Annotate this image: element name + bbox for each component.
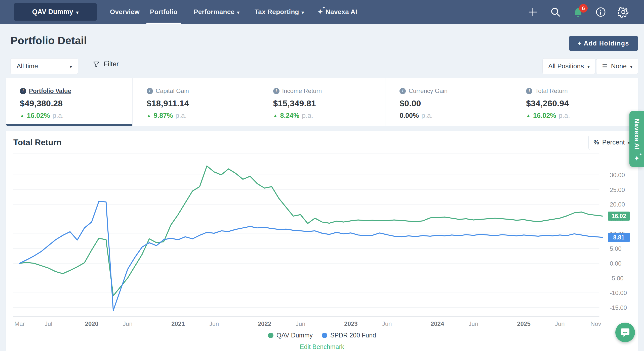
total-return-line-chart[interactable]: 30.0025.0020.0015.0010.005.000.00-5.00-1… xyxy=(8,151,637,332)
info-icon[interactable]: i xyxy=(526,88,532,94)
nav-item-label: Navexa AI xyxy=(326,8,357,16)
stat-label: Currency Gain xyxy=(409,87,448,94)
stat-value: $0.00 xyxy=(399,98,512,108)
unit-selector-value: Percent xyxy=(602,138,625,146)
group-by-select[interactable]: ☰ None ▾ xyxy=(596,58,638,74)
sparkle-icon: ✦✦ xyxy=(317,8,323,16)
svg-text:-15.00: -15.00 xyxy=(610,304,627,311)
portfolio-selector-label: QAV Dummy xyxy=(32,8,73,16)
svg-text:Jun: Jun xyxy=(123,320,133,327)
side-tab-label: Navexa AI xyxy=(633,119,640,149)
stat-change: ▲16.02%p.a. xyxy=(526,112,638,120)
svg-text:2023: 2023 xyxy=(344,320,357,327)
up-arrow-icon: ▲ xyxy=(273,113,278,118)
filter-button[interactable]: Filter xyxy=(93,60,119,68)
svg-text:2021: 2021 xyxy=(171,320,185,327)
add-icon[interactable] xyxy=(527,7,538,18)
svg-text:Jun: Jun xyxy=(296,320,305,327)
top-nav: QAV Dummy ▾ Overview Portfolio Performan… xyxy=(0,0,644,24)
svg-text:Jul: Jul xyxy=(45,320,52,327)
stat-label: Total Return xyxy=(535,87,568,94)
stat-card-portfolio-value[interactable]: iPortfolio Value $49,380.28 ▲16.02%p.a. xyxy=(6,78,132,126)
stat-change: ▲0.00%p.a. xyxy=(399,112,512,120)
nav-item-label: Overview xyxy=(110,8,140,16)
stat-value: $15,349.81 xyxy=(273,98,385,108)
bell-icon[interactable]: 6 xyxy=(573,7,584,18)
stat-change: ▲16.02%p.a. xyxy=(20,112,132,120)
unit-selector-percent[interactable]: % Percent ▾ xyxy=(588,135,635,150)
search-icon[interactable] xyxy=(550,7,561,18)
stat-card-capital-gain[interactable]: iCapital Gain $18,911.14 ▲9.87%p.a. xyxy=(132,78,259,126)
svg-text:2024: 2024 xyxy=(431,320,444,327)
portfolio-selector-dropdown[interactable]: QAV Dummy ▾ xyxy=(14,3,97,21)
stat-label: Portfolio Value xyxy=(29,87,71,94)
svg-text:Jun: Jun xyxy=(382,320,392,327)
svg-text:-5.00: -5.00 xyxy=(610,275,624,282)
stat-label: Income Return xyxy=(282,87,322,94)
svg-text:-10.00: -10.00 xyxy=(610,289,627,296)
list-icon: ☰ xyxy=(602,63,608,70)
series-dot-blue xyxy=(322,333,327,338)
legend-item-spdr-200-fund[interactable]: SPDR 200 Fund xyxy=(322,332,376,339)
stat-value: $34,260.94 xyxy=(526,98,638,108)
svg-text:16.02: 16.02 xyxy=(612,213,626,219)
info-icon[interactable]: i xyxy=(20,88,26,94)
gear-icon[interactable] xyxy=(618,7,629,18)
svg-text:Nov: Nov xyxy=(590,320,601,327)
chat-launcher-button[interactable] xyxy=(615,323,635,342)
page-title: Portfolio Detail xyxy=(11,35,87,47)
caret-down-icon: ▾ xyxy=(76,10,79,15)
stat-label: Capital Gain xyxy=(156,87,189,94)
caret-down-icon: ▾ xyxy=(70,64,72,70)
legend-label: QAV Dummy xyxy=(276,332,313,339)
notification-badge: 6 xyxy=(579,4,588,13)
legend-label: SPDR 200 Fund xyxy=(330,332,376,339)
svg-text:Jun: Jun xyxy=(468,320,478,327)
caret-down-icon: ▾ xyxy=(630,64,632,70)
info-icon[interactable] xyxy=(595,7,606,18)
edit-benchmark-link[interactable]: Edit Benchmark xyxy=(6,343,638,350)
info-icon[interactable]: i xyxy=(147,88,153,94)
svg-text:0.00: 0.00 xyxy=(610,260,622,267)
nav-item-label: Portfolio xyxy=(150,8,178,16)
series-dot-green xyxy=(268,333,273,338)
stat-value: $49,380.28 xyxy=(20,98,132,108)
stat-card-income-return[interactable]: iIncome Return $15,349.81 ▲8.24%p.a. xyxy=(259,78,385,126)
time-range-select[interactable]: All time ▾ xyxy=(10,58,78,74)
stat-change: ▲8.24%p.a. xyxy=(273,112,385,120)
stat-change: ▲9.87%p.a. xyxy=(147,112,259,120)
nav-item-performance[interactable]: Performance ▾ xyxy=(194,0,239,24)
svg-text:25.00: 25.00 xyxy=(610,186,625,193)
nav-item-label: Tax Reporting xyxy=(255,8,299,16)
chart-legend: QAV Dummy SPDR 200 Fund xyxy=(6,332,638,339)
info-icon[interactable]: i xyxy=(273,88,279,94)
chat-bubble-icon xyxy=(620,327,630,338)
stat-card-total-return[interactable]: iTotal Return $34,260.94 ▲16.02%p.a. xyxy=(512,78,638,126)
info-icon[interactable]: i xyxy=(399,88,406,94)
nav-item-navexa-ai[interactable]: ✦✦ Navexa AI xyxy=(317,0,357,24)
percent-icon: % xyxy=(594,139,599,146)
stat-card-currency-gain[interactable]: iCurrency Gain $0.00 ▲0.00%p.a. xyxy=(385,78,512,126)
add-holdings-button[interactable]: + Add Holdings xyxy=(569,36,638,51)
svg-text:2022: 2022 xyxy=(258,320,271,327)
nav-item-overview[interactable]: Overview xyxy=(110,0,140,24)
nav-item-portfolio[interactable]: Portfolio xyxy=(150,0,178,24)
group-by-value: None xyxy=(611,62,627,70)
nav-icon-group: 6 xyxy=(527,0,629,24)
time-range-value: All time xyxy=(17,62,38,70)
caret-down-icon: ▾ xyxy=(237,10,239,15)
svg-text:2020: 2020 xyxy=(85,320,98,327)
svg-text:8.81: 8.81 xyxy=(613,234,625,241)
total-return-chart-card: Total Return % Percent ▾ 30.0025.0020.00… xyxy=(6,131,638,351)
up-arrow-icon: ▲ xyxy=(20,113,24,118)
up-arrow-icon: ▲ xyxy=(147,113,151,118)
svg-text:20.00: 20.00 xyxy=(610,201,625,208)
navexa-ai-side-tab[interactable]: Navexa AI ✦✦ xyxy=(629,111,644,167)
filter-label: Filter xyxy=(104,60,119,68)
positions-select[interactable]: All Positions ▾ xyxy=(542,58,595,74)
nav-item-label: Performance xyxy=(194,8,234,16)
sparkle-icon: ✦✦ xyxy=(634,154,639,163)
legend-item-qav-dummy[interactable]: QAV Dummy xyxy=(268,332,313,339)
nav-item-tax-reporting[interactable]: Tax Reporting ▾ xyxy=(255,0,304,24)
stat-value: $18,911.14 xyxy=(147,98,259,108)
